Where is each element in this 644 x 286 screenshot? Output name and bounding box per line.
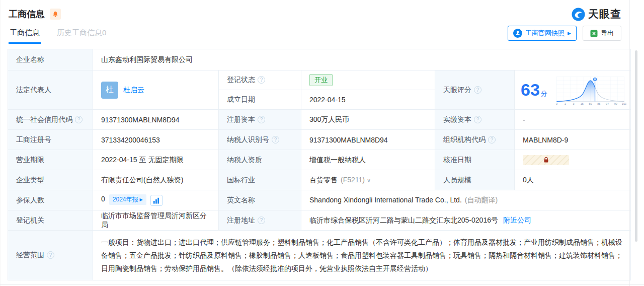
field-label: 核准日期 [443, 156, 471, 164]
help-icon[interactable]: ? [258, 217, 265, 224]
value-cell: 300万人民币 [301, 110, 435, 130]
export-button[interactable]: 导出 [583, 26, 621, 41]
table-row: 工商注册号 371334200046153 纳税人识别号? 91371300MA… [8, 130, 631, 150]
page-divider [0, 284, 644, 285]
field-label: 营业期限 [16, 156, 44, 164]
auto-translate-note: (自动翻译) [465, 196, 498, 204]
business-term: 2022-04-15 至 无固定期限 [101, 156, 183, 164]
label-cell: 参保人数 [8, 190, 93, 210]
label-cell: 注册地址? [219, 210, 301, 231]
help-icon[interactable]: ? [258, 116, 265, 123]
svg-text:99: 99 [614, 102, 617, 105]
score-unit: 分 [541, 90, 547, 97]
field-label: 参保人数 [16, 196, 44, 204]
help-icon[interactable]: ? [488, 136, 496, 144]
help-icon[interactable]: ? [75, 116, 83, 123]
value-cell: 临沂市市场监督管理局沂河新区分局 [93, 210, 219, 231]
logo-text: 天眼查 [588, 7, 621, 21]
value-cell: 91371300MABLNM8D94 [93, 110, 219, 130]
business-info-panel: 工商信息 天眼查 工商信息 历史工商信息0 [0, 0, 630, 286]
field-label: 纳税人识别号 [227, 135, 269, 144]
reg-authority: 临沂市市场监督管理局沂河新区分局 [101, 211, 207, 229]
label-cell: 人员规模 [435, 170, 515, 190]
english-name: Shandong Xindongli International Trade C… [309, 196, 462, 204]
annual-report-badge[interactable]: 2024年报▶ [109, 194, 146, 205]
label-cell: 企业名称 [8, 49, 93, 70]
field-label: 统一社会信用代码 [16, 115, 72, 123]
field-label: 注册地址 [227, 216, 255, 224]
field-label: 工商注册号 [16, 135, 51, 144]
svg-text:1: 1 [564, 102, 566, 105]
field-label: 登记状态 [227, 76, 255, 84]
field-label: 纳税人资质 [227, 156, 262, 164]
help-icon[interactable]: ? [474, 86, 481, 94]
nearby-companies-link[interactable]: 附近公司 [503, 216, 531, 224]
tianyancha-logo-icon [572, 8, 585, 21]
tianyancha-logo: 天眼查 [572, 7, 621, 21]
official-snapshot-button[interactable]: 工商官网快照 ▶ [508, 26, 577, 41]
help-icon[interactable]: ? [474, 116, 481, 123]
tab-business-info[interactable]: 工商信息 [9, 24, 41, 44]
paid-capital: - [523, 116, 525, 124]
value-cell [515, 150, 631, 170]
svg-text:3: 3 [573, 102, 574, 105]
tianyan-score[interactable]: 63分 [521, 73, 626, 107]
field-label: 注册资本 [227, 115, 255, 123]
value-cell: 山东鑫动利国际贸易有限公司 [93, 49, 631, 70]
label-cell: 组织机构代码? [435, 130, 515, 150]
field-label: 企业类型 [16, 176, 44, 184]
snapshot-label: 工商官网快照 [525, 29, 565, 38]
business-scope: 一般项目：货物进出口；进出口代理；供应链管理服务；塑料制品销售；化工产品销售（不… [101, 238, 622, 272]
field-label: 登记机关 [16, 216, 44, 224]
field-label: 国标行业 [227, 176, 255, 184]
value-cell: 0人 [515, 170, 631, 190]
avatar[interactable]: 杜 [101, 82, 118, 99]
arrow-right-icon: ▶ [568, 31, 571, 36]
label-cell: 注册资本? [219, 110, 301, 130]
svg-text:100: 100 [622, 102, 626, 105]
stamp-icon [513, 29, 522, 38]
svg-text:15: 15 [581, 102, 584, 105]
label-cell: 法定代表人 [8, 70, 93, 110]
scrollbar[interactable] [635, 50, 637, 242]
legal-rep-link[interactable]: 杜启云 [123, 86, 144, 95]
label-cell: 统一社会信用代码? [8, 110, 93, 130]
lock-icon [543, 157, 549, 163]
page-title: 工商信息 [9, 8, 45, 20]
table-row: 参保人数 02024年报▶ 英文名称 Shandong Xindongli In… [8, 190, 631, 210]
label-cell: 纳税人资质 [219, 150, 301, 170]
svg-text:85: 85 [597, 102, 600, 105]
table-row: 法定代表人 杜 杜启云 登记状态? 开业 天眼评分? [8, 70, 631, 90]
help-icon[interactable]: ? [47, 251, 54, 259]
value-cell: 百货零售(F5211)∨ [301, 170, 435, 190]
value-cell: - [515, 110, 631, 130]
export-label: 导出 [601, 29, 614, 38]
label-cell: 英文名称 [219, 190, 301, 210]
value-cell: 增值税一般纳税人 [301, 150, 435, 170]
field-label: 人员规模 [443, 176, 471, 184]
field-label: 天眼评分 [443, 86, 471, 94]
help-icon[interactable]: ? [272, 136, 279, 144]
status-badge: 开业 [309, 74, 333, 86]
value-cell: 杜 杜启云 [93, 70, 219, 110]
field-label: 实缴资本 [443, 115, 471, 123]
insured-trend-button[interactable] [150, 195, 163, 206]
insured-count: 0 [101, 195, 105, 203]
establish-date: 2022-04-15 [309, 96, 346, 104]
label-cell: 国标行业 [219, 170, 301, 190]
field-label: 法定代表人 [16, 86, 51, 94]
label-cell: 天眼评分? [435, 70, 515, 110]
chevron-down-icon[interactable]: ∨ [367, 177, 371, 183]
label-cell: 经营范围? [8, 231, 93, 280]
bar-chart-icon [153, 197, 159, 204]
label-cell: 企业类型 [8, 170, 93, 190]
help-icon[interactable]: ? [258, 76, 265, 84]
company-name: 山东鑫动利国际贸易有限公司 [101, 55, 193, 63]
monitor-bell-button[interactable] [50, 9, 61, 20]
tab-history-info[interactable]: 历史工商信息0 [56, 24, 107, 44]
svg-text:50: 50 [589, 102, 592, 105]
label-cell: 核准日期 [435, 150, 515, 170]
taxpayer-id: 91371300MABLNM8D94 [309, 136, 388, 144]
value-cell: 91371300MABLNM8D94 [301, 130, 435, 150]
locked-approval-date[interactable] [523, 155, 569, 165]
